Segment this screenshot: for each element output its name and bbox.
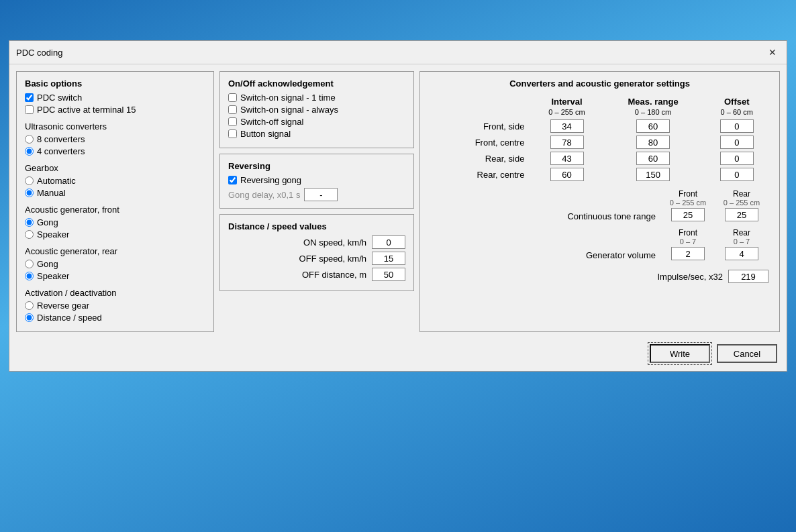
continuous-tone-section: Continuous tone range Front 0 – 255 cm R… (428, 189, 771, 221)
converter-8-row: 8 converters (25, 134, 205, 144)
continuous-tone-front-input[interactable] (671, 208, 705, 221)
converters-title: Converters and acoustic generator settin… (428, 78, 771, 89)
table-row: Front, side (428, 118, 771, 134)
switch-on-1-label[interactable]: Switch-on signal - 1 time (240, 93, 336, 103)
generator-volume-section: Generator volume Front 0 – 7 Rear 0 – 7 (428, 228, 771, 260)
close-button[interactable]: ✕ (765, 45, 780, 60)
reversing-gong-label[interactable]: Reversing gong (240, 175, 301, 185)
generator-volume-rear-input[interactable] (725, 247, 758, 260)
row-label-1: Front, centre (428, 134, 530, 150)
interval-input-3[interactable] (550, 168, 584, 181)
switch-on-always-label[interactable]: Switch-on signal - always (240, 105, 338, 115)
meas-range-input-1[interactable] (636, 136, 670, 149)
gong-front-row: Gong (25, 217, 205, 227)
off-speed-input[interactable] (372, 252, 405, 265)
switch-on-1-checkbox[interactable] (228, 93, 237, 102)
reverse-gear-label[interactable]: Reverse gear (37, 301, 89, 311)
basic-options-panel: Basic options PDC switch PDC active at t… (16, 71, 214, 332)
reverse-gear-radio[interactable] (25, 301, 34, 310)
row-label-3: Rear, centre (428, 166, 530, 182)
impulse-input[interactable] (728, 270, 768, 283)
basic-options-title: Basic options (25, 78, 205, 89)
gong-delay-label: Gong delay, x0,1 s (228, 190, 300, 200)
middle-panels: On/Off acknowledgement Switch-on signal … (219, 71, 414, 332)
switch-off-label[interactable]: Switch-off signal (240, 117, 303, 127)
converter-8-radio[interactable] (25, 135, 34, 144)
switch-off-row: Switch-off signal (228, 117, 405, 127)
on-speed-row: ON speed, km/h (228, 235, 405, 249)
dialog-body: Basic options PDC switch PDC active at t… (9, 64, 787, 339)
meas-range-input-0[interactable] (636, 119, 670, 133)
manual-row: Manual (25, 188, 205, 198)
distance-speed-label[interactable]: Distance / speed (37, 313, 102, 323)
gearbox-label: Gearbox (25, 163, 205, 173)
automatic-radio[interactable] (25, 176, 34, 185)
meas-range-input-2[interactable] (636, 152, 670, 165)
table-row: Rear, side (428, 150, 771, 166)
pdc-switch-checkbox[interactable] (25, 93, 34, 102)
offset-input-0[interactable] (720, 119, 754, 133)
converters-panel: Converters and acoustic generator settin… (419, 71, 780, 332)
dialog-title: PDC coding (16, 48, 62, 58)
pdc-terminal-label[interactable]: PDC active at terminal 15 (37, 105, 136, 115)
offset-input-1[interactable] (720, 136, 754, 149)
on-off-ack-title: On/Off acknowledgement (228, 78, 405, 89)
rear-label-gv: Rear (715, 228, 768, 237)
button-signal-label[interactable]: Button signal (240, 129, 291, 139)
gong-front-radio[interactable] (25, 218, 34, 227)
off-distance-row: OFF distance, m (228, 268, 405, 281)
on-speed-input[interactable] (372, 235, 405, 249)
activation-label: Activation / deactivation (25, 288, 205, 298)
pdc-switch-label[interactable]: PDC switch (37, 93, 82, 103)
offset-input-2[interactable] (720, 152, 754, 165)
cancel-button[interactable]: Cancel (717, 344, 777, 363)
rear-vol-range: 0 – 7 (715, 237, 768, 246)
speaker-rear-radio[interactable] (25, 272, 34, 280)
off-distance-input[interactable] (372, 268, 405, 281)
rear-range-ct: 0 – 255 cm (715, 199, 768, 207)
pdc-terminal-checkbox[interactable] (25, 105, 34, 114)
reversing-gong-checkbox[interactable] (228, 176, 237, 184)
gong-front-label[interactable]: Gong (37, 217, 58, 227)
front-vol-range: 0 – 7 (661, 237, 715, 246)
gong-rear-label[interactable]: Gong (37, 259, 58, 269)
switch-on-always-row: Switch-on signal - always (228, 105, 405, 115)
automatic-label[interactable]: Automatic (37, 176, 76, 186)
switch-off-checkbox[interactable] (228, 117, 237, 126)
switch-on-always-checkbox[interactable] (228, 105, 237, 114)
reversing-panel: Reversing Reversing gong Gong delay, x0,… (219, 154, 414, 209)
ultrasonic-label: Ultrasonic converters (25, 121, 205, 131)
converter-4-label[interactable]: 4 converters (37, 146, 85, 156)
speaker-rear-label[interactable]: Speaker (37, 271, 69, 281)
gong-delay-input[interactable] (304, 188, 338, 201)
manual-label[interactable]: Manual (37, 188, 66, 198)
on-off-ack-panel: On/Off acknowledgement Switch-on signal … (219, 71, 414, 148)
button-signal-checkbox[interactable] (228, 129, 237, 138)
manual-radio[interactable] (25, 189, 34, 197)
interval-input-1[interactable] (550, 136, 584, 149)
impulse-section: Impulse/sec, x32 (428, 270, 771, 283)
front-label-ct: Front (661, 189, 715, 199)
front-range-ct: 0 – 255 cm (661, 199, 715, 207)
write-button[interactable]: Write (650, 344, 710, 363)
meas-range-input-3[interactable] (636, 168, 670, 181)
converter-8-label[interactable]: 8 converters (37, 134, 85, 144)
offset-input-3[interactable] (720, 168, 754, 181)
gong-rear-row: Gong (25, 259, 205, 269)
distance-speed-panel: Distance / speed values ON speed, km/h O… (219, 214, 414, 291)
interval-input-0[interactable] (550, 119, 584, 133)
converter-4-radio[interactable] (25, 147, 34, 156)
front-label-gv: Front (661, 228, 715, 237)
row-label-0: Front, side (428, 118, 530, 134)
continuous-tone-rear-input[interactable] (725, 208, 758, 221)
pdc-terminal-row: PDC active at terminal 15 (25, 105, 205, 115)
interval-input-2[interactable] (550, 152, 584, 165)
gong-rear-radio[interactable] (25, 260, 34, 268)
speaker-front-label[interactable]: Speaker (37, 229, 69, 240)
speaker-front-radio[interactable] (25, 230, 34, 239)
distance-speed-radio[interactable] (25, 313, 34, 322)
generator-volume-front-input[interactable] (671, 247, 705, 260)
speaker-front-row: Speaker (25, 229, 205, 240)
dialog-footer: Write Cancel (9, 339, 787, 371)
on-speed-label: ON speed, km/h (228, 237, 372, 248)
